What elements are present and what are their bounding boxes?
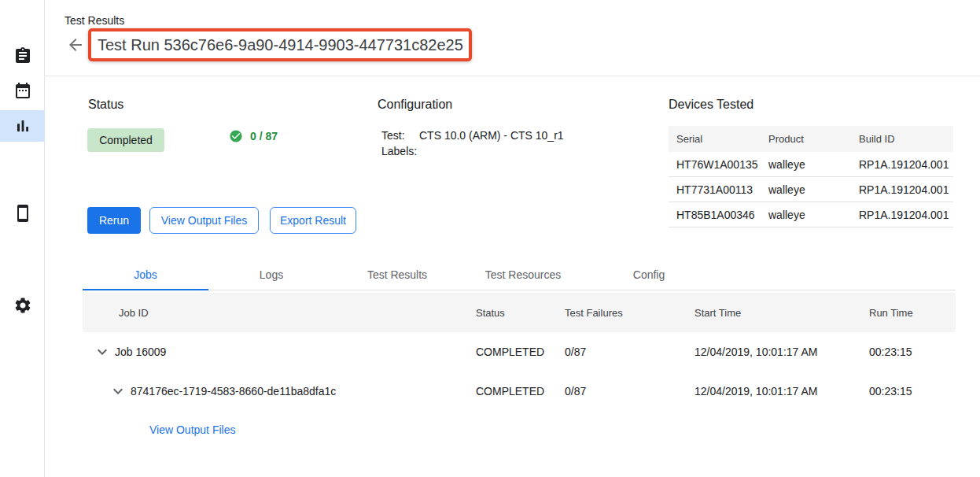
job-run-time: 00:23:15 [857, 346, 956, 358]
jobs-col-status: Status [464, 307, 554, 319]
page-title-highlight: Test Run 536c76e6-9a90-4914-9903-447731c… [88, 28, 472, 61]
jobs-col-jobid: Job ID [83, 307, 464, 319]
device-product: walleye [761, 209, 851, 221]
config-test-value: CTS 10.0 (ARM) - CTS 10_r1 [419, 129, 564, 142]
pass-ratio-text: 0 / 87 [250, 130, 278, 142]
device-buildid: RP1A.191204.001 [851, 158, 953, 171]
job-run-time: 00:23:15 [857, 385, 956, 398]
rerun-button[interactable]: Rerun [87, 207, 141, 234]
tab-jobs[interactable]: Jobs [83, 260, 208, 290]
device-row: HT76W1A00135 walleye RP1A.191204.001 [669, 152, 953, 177]
jobs-table-header: Job ID Status Test Failures Start Time R… [83, 293, 956, 332]
job-status: COMPLETED [464, 346, 554, 358]
device-serial: HT76W1A00135 [669, 158, 761, 171]
config-test-row: Test: CTS 10.0 (ARM) - CTS 10_r1 [381, 129, 564, 142]
tab-test-results[interactable]: Test Results [334, 260, 460, 290]
smartphone-icon [13, 204, 32, 223]
tab-test-resources[interactable]: Test Resources [460, 260, 586, 290]
devices-col-serial: Serial [669, 133, 761, 145]
config-test-label: Test: [381, 129, 419, 142]
app-root: Test Results Test Run 536c76e6-9a90-4914… [0, 0, 980, 477]
view-output-files-button[interactable]: View Output Files [149, 207, 259, 234]
clipboard-icon [13, 46, 32, 65]
job-failures: 0/87 [554, 385, 684, 398]
devices-table-header: Serial Product Build ID [669, 126, 953, 152]
view-output-files-link[interactable]: View Output Files [149, 423, 235, 436]
job-start-time: 12/04/2019, 10:01:17 AM [684, 346, 857, 358]
chevron-down-icon[interactable] [109, 382, 127, 401]
sidebar-item-plans[interactable] [0, 75, 45, 106]
calendar-icon [13, 81, 32, 100]
page-title: Test Run 536c76e6-9a90-4914-9903-447731c… [91, 36, 463, 54]
tab-bar: Jobs Logs Test Results Test Resources Co… [83, 260, 956, 290]
status-badge: Completed [87, 128, 164, 152]
device-buildid: RP1A.191204.001 [851, 183, 953, 196]
back-arrow-icon [66, 35, 85, 54]
bar-chart-icon [13, 116, 32, 135]
attempt-id: 874176ec-1719-4583-8660-de11ba8dfa1c [131, 385, 336, 398]
check-circle-icon [229, 129, 243, 143]
job-start-time: 12/04/2019, 10:01:17 AM [684, 385, 857, 398]
chevron-down-icon[interactable] [93, 342, 112, 361]
jobs-col-failures: Test Failures [554, 307, 684, 319]
tab-logs[interactable]: Logs [208, 260, 334, 290]
job-attempt-row: 874176ec-1719-4583-8660-de11ba8dfa1c COM… [83, 372, 956, 411]
device-product: walleye [761, 158, 851, 171]
devices-col-product: Product [761, 133, 851, 145]
topbar: Test Results Test Run 536c76e6-9a90-4914… [45, 0, 980, 76]
devices-col-buildid: Build ID [851, 133, 953, 145]
sidebar [0, 0, 45, 477]
job-status: COMPLETED [464, 385, 554, 398]
device-row: HT7731A00113 walleye RP1A.191204.001 [669, 177, 953, 202]
pass-ratio: 0 / 87 [229, 129, 278, 143]
config-labels-row: Labels: [381, 145, 419, 157]
devices-table: Serial Product Build ID HT76W1A00135 wal… [669, 126, 953, 227]
sidebar-item-devices[interactable] [0, 198, 45, 229]
device-buildid: RP1A.191204.001 [851, 209, 953, 221]
job-failures: 0/87 [554, 346, 684, 358]
configuration-heading: Configuration [378, 98, 452, 112]
device-serial: HT7731A00113 [669, 183, 761, 196]
export-result-button[interactable]: Export Result [270, 207, 356, 234]
config-labels-label: Labels: [381, 145, 419, 157]
job-row: Job 16009 COMPLETED 0/87 12/04/2019, 10:… [83, 332, 956, 372]
jobs-col-runtime: Run Time [857, 307, 956, 319]
sidebar-item-test-results[interactable] [0, 110, 45, 142]
sidebar-item-tests[interactable] [0, 40, 45, 72]
gear-icon [13, 296, 32, 315]
jobs-table: Job ID Status Test Failures Start Time R… [83, 293, 956, 411]
device-product: walleye [761, 183, 851, 196]
sidebar-item-settings[interactable] [0, 290, 45, 321]
devices-heading: Devices Tested [669, 98, 753, 112]
status-heading: Status [88, 98, 123, 112]
back-button[interactable] [66, 35, 85, 54]
job-id: Job 16009 [115, 346, 166, 358]
device-serial: HT85B1A00346 [669, 209, 761, 221]
breadcrumb: Test Results [64, 14, 124, 27]
jobs-col-starttime: Start Time [684, 307, 857, 319]
tab-config[interactable]: Config [586, 260, 712, 290]
device-row: HT85B1A00346 walleye RP1A.191204.001 [669, 202, 953, 227]
